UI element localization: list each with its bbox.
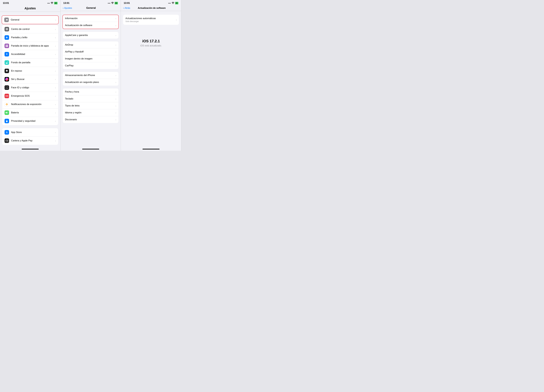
signal-icon-2: ▪▪▪▪ [108,2,110,4]
settings-item-accessibility[interactable]: Accesibilidad › [2,50,58,58]
settings-list-3[interactable]: Actualizaciones automáticas Solo descarg… [121,11,181,148]
svg-rect-10 [7,45,8,46]
back-label-2: Ajustes [64,7,72,10]
software-update-item[interactable]: Actualización de software › [63,22,118,29]
svg-rect-1 [7,28,8,29]
svg-point-14 [7,62,8,62]
status-icons-2: ▪▪▪▪ 62 [108,2,118,4]
keyboard-item[interactable]: Teclado › [63,95,118,102]
settings-item-focus[interactable]: En reposo › [2,67,58,75]
wallet-icon [5,138,9,143]
settings-item-display[interactable]: Pantalla y brillo › [2,33,58,42]
storage-label: Almacenamiento del iPhone [65,74,116,77]
sos-icon: SOS [5,94,9,98]
focus-icon [5,69,9,73]
applecare-item[interactable]: AppleCare y garantía › [63,32,118,39]
svg-rect-23 [6,140,8,142]
dictionary-chevron: › [115,118,116,121]
battery-label: Batería [11,111,55,114]
status-time-2: 13:01 [63,2,69,5]
faceid-label: Face ID y código [11,86,55,89]
pip-chevron: › [115,58,116,60]
settings-item-battery[interactable]: Batería › [2,109,58,117]
status-bar-1: 13:01 ▪▪▪▪ 62 [0,0,60,5]
svg-point-4 [6,37,7,38]
wallpaper-label: Fondo de pantalla [11,61,55,64]
settings-item-general[interactable]: General › [2,16,58,24]
appstore-icon [5,130,9,135]
auto-update-sub-label: Solo descargar [125,20,176,23]
airplay-item[interactable]: AirPlay y Handoff › [63,48,118,55]
status-time-1: 13:01 [3,2,9,5]
group2: AppleCare y garantía › [63,32,118,39]
settings-item-wallet[interactable]: Cartera y Apple Pay › [2,137,58,145]
wallet-label: Cartera y Apple Pay [11,139,55,142]
battery-indicator-2: 62 [115,2,118,4]
svg-rect-12 [7,46,8,47]
group3: AirDrop › AirPlay y Handoff › Imagen den… [63,41,118,69]
homescreen-label: Pantalla de inicio y biblioteca de apps [11,45,55,47]
fonts-chevron: › [115,104,116,107]
settings-item-faceid[interactable]: Face ID y código › [2,83,58,92]
settings-item-sos[interactable]: SOS Emergencia SOS › [2,92,58,100]
software-label: Actualización de software [65,24,116,27]
settings-item-wallpaper[interactable]: Fondo de pantalla › [2,58,58,67]
siri-chevron: › [55,78,56,81]
datetime-item[interactable]: Fecha y hora › [63,88,118,95]
ios-version-section: iOS 17.2.1 iOS está actualizado. [121,28,181,47]
exposure-label: Notificaciones de exposición [11,103,55,106]
signal-icon-3: ▪▪▪▪ [168,2,171,4]
dictionary-item[interactable]: Diccionario › [63,116,118,123]
battery-indicator-3: 62 [175,2,178,4]
svg-rect-11 [6,46,7,47]
nav-bar-1: Ajustes [0,5,60,12]
settings-item-siri[interactable]: Siri y Buscar › [2,75,58,83]
general-highlighted-item[interactable]: General › [2,15,59,24]
battery-percent-2: 62 [115,2,117,4]
settings-item-privacy[interactable]: Privacidad y seguridad › [2,117,58,125]
privacy-chevron: › [55,120,56,122]
settings-item-exposure[interactable]: Notificaciones de exposición › [2,100,58,109]
datetime-label: Fecha y hora [65,90,116,93]
settings-item-appstore[interactable]: App Store › [2,128,58,137]
storage-item[interactable]: Almacenamiento del iPhone › [63,72,118,79]
settings-item-homescreen[interactable]: Pantalla de inicio y biblioteca de apps … [2,42,58,50]
accessibility-label: Accesibilidad [11,53,55,56]
auto-update-item[interactable]: Actualizaciones automáticas Solo descarg… [123,15,179,25]
status-icons-3: ▪▪▪▪ 62 [168,2,178,4]
sos-label: Emergencia SOS [11,95,55,97]
wallet-chevron: › [55,139,56,142]
nav-back-3[interactable]: ‹ Atrás [123,6,130,10]
svg-rect-9 [6,45,7,46]
auto-update-text-block: Actualizaciones automáticas Solo descarg… [125,17,176,23]
auto-update-section: Actualizaciones automáticas Solo descarg… [123,15,179,25]
home-bar-1 [0,148,60,151]
language-item[interactable]: Idioma y región › [63,109,118,116]
settings-list-2[interactable]: Información › Actualización de software … [60,11,121,148]
nav-back-2[interactable]: ‹ Ajustes [63,6,72,10]
nav-center-title-3: Actualización de software [130,7,173,9]
airdrop-chevron: › [115,44,116,46]
fonts-item[interactable]: Tipos de letra › [63,102,118,109]
privacy-icon [5,119,9,123]
carplay-item[interactable]: CarPlay › [63,62,118,69]
siri-icon [5,77,9,81]
auto-update-main-label: Actualizaciones automáticas [125,17,176,20]
settings-item-control[interactable]: Centro de control › [2,25,58,33]
info-item[interactable]: Información › [63,15,118,22]
settings-list-1[interactable]: General › Centro de control › [0,12,60,148]
pip-item[interactable]: Imagen dentro de imagen › [63,55,118,62]
storage-chevron: › [115,74,116,77]
pip-label: Imagen dentro de imagen [65,57,116,60]
carplay-chevron: › [115,64,116,67]
airdrop-label: AirDrop [65,43,116,46]
airdrop-item[interactable]: AirDrop › [63,41,118,48]
svg-rect-3 [7,29,8,30]
faceid-chevron: › [55,86,56,89]
nav-bar-2: ‹ Ajustes General [60,5,121,11]
general-label: General [11,18,55,21]
control-icon [5,27,9,31]
battery-indicator-1: 62 [54,2,57,4]
svg-point-13 [6,53,7,54]
background-item[interactable]: Actualización en segundo plano › [63,79,118,86]
